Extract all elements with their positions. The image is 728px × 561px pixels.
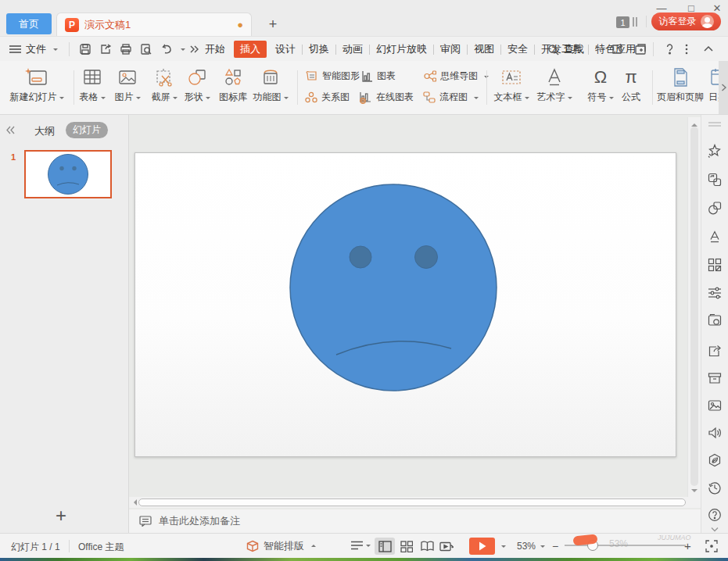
slideshow-setup-button[interactable] xyxy=(436,538,457,555)
scroll-up-arrow[interactable] xyxy=(691,120,698,127)
scroll-down-arrow[interactable] xyxy=(691,489,698,495)
smart-graphics-label: 智能图形 xyxy=(322,70,360,83)
smart-graphics-button[interactable]: 智能图形 xyxy=(305,70,360,83)
layout-grid-icon[interactable] xyxy=(708,258,722,272)
find-button[interactable]: 查找 xyxy=(547,37,584,62)
table-label: 表格 xyxy=(80,91,99,104)
image-panel-icon[interactable] xyxy=(708,398,722,413)
theme-name[interactable]: Office 主题 xyxy=(78,541,124,554)
tab-design[interactable]: 设计 xyxy=(269,37,302,62)
new-slide-button[interactable]: 新建幻灯片 xyxy=(7,67,66,104)
new-tab-button[interactable]: + xyxy=(265,16,281,33)
right-sidebar xyxy=(701,115,728,533)
sidebar-drag-handle[interactable] xyxy=(708,121,722,135)
share-panel-icon[interactable] xyxy=(708,344,722,358)
adjust-sliders-icon[interactable] xyxy=(708,286,722,300)
play-slideshow-button[interactable] xyxy=(469,538,495,555)
shapes-button[interactable]: 形状 xyxy=(180,67,214,104)
export-button[interactable] xyxy=(99,43,112,55)
tab-review[interactable]: 审阅 xyxy=(434,37,467,62)
horizontal-scroll-thumb[interactable] xyxy=(138,498,686,506)
material-box-icon[interactable] xyxy=(708,371,722,385)
tab-security[interactable]: 安全 xyxy=(501,37,534,62)
flow-chart-button[interactable]: 流程图 xyxy=(423,91,479,104)
icon-library-button[interactable]: 图标库 xyxy=(216,67,250,104)
more-menu-icon[interactable] xyxy=(684,43,689,55)
guest-login-button[interactable]: 访客登录 xyxy=(651,13,721,30)
vertical-scroll-thumb[interactable] xyxy=(690,127,698,486)
share-icon[interactable] xyxy=(611,43,623,55)
picture-tools-icon[interactable] xyxy=(708,313,722,327)
horizontal-scrollbar[interactable] xyxy=(129,497,701,508)
zoom-in-button[interactable]: + xyxy=(684,539,691,552)
zoom-dropdown-arrow[interactable] xyxy=(540,545,545,550)
save-button[interactable] xyxy=(79,43,91,55)
tab-home[interactable]: 开始 xyxy=(199,37,231,62)
picture-button[interactable]: 图片 xyxy=(110,67,145,104)
slide-sorter-view-button[interactable] xyxy=(396,538,417,555)
chevron-down-icon xyxy=(53,48,58,53)
zoom-percentage[interactable]: 53% xyxy=(517,541,536,552)
print-button[interactable] xyxy=(120,43,132,55)
shape-tools-icon[interactable] xyxy=(708,201,722,215)
file-menu-button[interactable]: 文件 xyxy=(9,37,58,62)
tab-animation[interactable]: 动画 xyxy=(336,37,369,62)
audio-icon[interactable] xyxy=(708,426,722,440)
print-preview-button[interactable] xyxy=(140,43,152,55)
notes-bar[interactable]: 单击此处添加备注 xyxy=(129,509,701,533)
chart-button[interactable]: 图表 xyxy=(361,70,396,83)
ribbon-scroll-right[interactable] xyxy=(719,61,728,114)
undo-button[interactable] xyxy=(160,43,174,55)
online-chart-button[interactable]: 在线图表 xyxy=(358,91,414,104)
fit-slide-button[interactable] xyxy=(705,540,718,552)
add-slide-button[interactable]: + xyxy=(49,504,73,527)
header-footer-button[interactable]: 页眉和页脚 xyxy=(655,67,705,104)
document-tab[interactable]: P 演示文稿1 ● xyxy=(56,13,252,36)
slide-thumbnail[interactable] xyxy=(24,150,112,198)
relation-diagram-button[interactable]: 关系图 xyxy=(305,91,350,104)
document-title: 演示文稿1 xyxy=(84,18,237,32)
help-panel-icon[interactable] xyxy=(708,508,722,522)
table-button[interactable]: 表格 xyxy=(75,67,109,104)
outline-tab[interactable]: 大纲 xyxy=(34,124,55,138)
wordart-tools-icon[interactable] xyxy=(708,230,722,244)
screenshot-button[interactable]: 截屏 xyxy=(147,67,181,104)
text-box-button[interactable]: 文本框 xyxy=(493,67,530,104)
sad-face-shape[interactable] xyxy=(135,153,676,456)
slides-tab[interactable]: 幻灯片 xyxy=(66,122,108,138)
tab-transition[interactable]: 切换 xyxy=(303,37,335,62)
history-icon[interactable] xyxy=(708,481,722,495)
help-icon[interactable] xyxy=(664,43,676,55)
task-count-badge[interactable]: 1 xyxy=(616,16,629,28)
beautify-star-icon[interactable] xyxy=(708,144,722,158)
function-diagram-button[interactable]: 功能图 xyxy=(250,67,291,104)
ribbon-divider xyxy=(297,70,298,105)
desktop-wallpaper-sliver xyxy=(0,558,728,561)
reading-view-button[interactable] xyxy=(417,538,437,555)
switch-window-icon[interactable] xyxy=(634,43,647,55)
scroll-left-arrow[interactable] xyxy=(131,499,137,506)
undo-dropdown-arrow[interactable] xyxy=(181,48,185,53)
notes-toggle-button[interactable] xyxy=(350,540,371,551)
status-bar: 幻灯片 1 / 1 Office 主题 智能排版 53% − 53% JUJUM… xyxy=(0,533,728,558)
play-options-arrow[interactable] xyxy=(501,545,506,550)
tab-view[interactable]: 视图 xyxy=(468,37,500,62)
transition-shapes-icon[interactable] xyxy=(708,173,722,187)
normal-view-button[interactable] xyxy=(375,538,395,555)
smart-layout-button[interactable]: 智能排版 xyxy=(246,538,316,555)
symbol-button[interactable]: Ω 符号 xyxy=(583,67,618,104)
word-art-button[interactable]: 艺术字 xyxy=(535,67,574,104)
header-footer-icon xyxy=(671,67,690,88)
collapse-ribbon-icon[interactable] xyxy=(703,45,714,52)
mind-map-button[interactable]: 思维导图 xyxy=(423,70,489,83)
tab-insert[interactable]: 插入 xyxy=(234,41,267,58)
slide-canvas[interactable] xyxy=(134,152,676,457)
formula-button[interactable]: π 公式 xyxy=(617,67,645,104)
window-stack-icon[interactable] xyxy=(632,16,643,28)
tab-slideshow[interactable]: 幻灯片放映 xyxy=(370,37,433,62)
eco-leaf-badge-icon[interactable] xyxy=(708,453,722,467)
home-tab[interactable]: 首页 xyxy=(6,13,52,34)
zoom-out-button[interactable]: − xyxy=(552,540,558,552)
collapse-panel-button[interactable] xyxy=(6,126,15,134)
vertical-scrollbar[interactable] xyxy=(687,117,701,497)
